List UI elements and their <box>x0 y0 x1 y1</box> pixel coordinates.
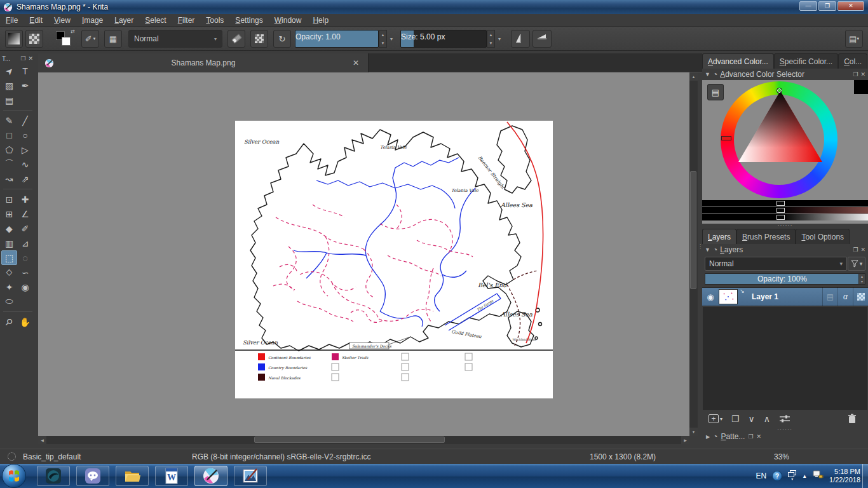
tool-color-sampler[interactable]: ✐ <box>17 221 33 236</box>
bar-knob[interactable] <box>776 208 785 213</box>
tool-move[interactable]: ✚ <box>17 192 33 207</box>
tab-tool-options[interactable]: Tool Options <box>796 229 850 244</box>
taskbar-app-discord[interactable] <box>76 466 109 486</box>
close-docker-icon[interactable]: ✕ <box>757 433 762 440</box>
tool-bezier-curve[interactable]: ⌒ <box>1 157 17 172</box>
canvas-viewport[interactable]: Silver Ocean Telasia Vale Telania Vale B… <box>38 72 689 436</box>
tool-freehand-select[interactable]: ∽ <box>17 265 33 280</box>
spin-down-icon[interactable]: ▼ <box>381 41 385 45</box>
tool-polygonal-select[interactable]: ⬦ <box>1 265 17 280</box>
taskbar-app-browser[interactable] <box>37 466 70 486</box>
opacity-spinner[interactable]: ▲▼ <box>379 30 387 48</box>
layer-lock-icon[interactable]: ▤ <box>822 287 837 306</box>
tool-calligraphy[interactable]: ✒ <box>17 78 33 93</box>
menu-settings[interactable]: Settings <box>229 14 268 27</box>
selector-settings-button[interactable]: ▤ <box>707 84 724 100</box>
tool-multibrush[interactable]: ⇗ <box>17 172 33 186</box>
document-tab[interactable]: Shamans Map.png ✕ <box>38 53 369 72</box>
menu-view[interactable]: View <box>48 14 76 27</box>
layer-thumbnail[interactable] <box>719 289 738 304</box>
vertical-scroll-thumb[interactable] <box>690 171 696 289</box>
add-layer-button[interactable]: +▾ <box>709 414 722 423</box>
mirror-vertical-button[interactable] <box>532 30 552 48</box>
menu-window[interactable]: Window <box>269 14 308 27</box>
tool-ellipse[interactable]: ○ <box>17 128 33 142</box>
duplicate-layer-button[interactable]: ❐ <box>731 414 740 424</box>
close-docker-icon[interactable]: ✕ <box>28 55 33 62</box>
tab-brush-presets[interactable]: Brush Presets <box>736 229 796 244</box>
tab-color[interactable]: Col... <box>838 53 867 69</box>
scroll-right-icon[interactable]: ▶ <box>681 436 689 444</box>
title-bar[interactable]: Shamans Map.png * - Krita — ❐ ✕ <box>0 0 868 14</box>
shade-bar-2[interactable] <box>702 214 868 220</box>
reload-preset-button[interactable]: ↻ <box>273 30 291 48</box>
tab-specific-color[interactable]: Specific Color... <box>774 53 838 69</box>
map-image[interactable]: Silver Ocean Telasia Vale Telania Vale B… <box>235 121 553 398</box>
close-docker-icon[interactable]: ✕ <box>860 71 865 78</box>
taskbar-app-image-editor[interactable] <box>234 466 267 486</box>
taskbar-app-explorer[interactable] <box>116 466 149 486</box>
hue-marker[interactable] <box>721 136 731 140</box>
menu-layer[interactable]: Layer <box>109 14 139 27</box>
tool-polyline[interactable]: ▷ <box>17 142 33 157</box>
size-slider[interactable]: Size: 5.00 px <box>400 30 487 48</box>
swap-colors-icon[interactable]: ⇄ <box>71 29 75 34</box>
shade-bar-1[interactable] <box>702 207 868 214</box>
size-spinner[interactable]: ▲▼ <box>487 30 495 48</box>
help-tray-icon[interactable]: ? <box>772 471 782 481</box>
tool-measure[interactable]: ∠ <box>17 207 33 221</box>
color-cursor[interactable] <box>776 88 782 93</box>
keyboard-layout-tray-icon[interactable]: ▾ <box>788 470 796 482</box>
tab-layers[interactable]: Layers <box>702 229 736 244</box>
zoom-level-text[interactable]: 33% <box>774 452 789 461</box>
workspace-chooser-button[interactable]: ▤▾ <box>845 30 863 48</box>
taskbar-app-krita[interactable] <box>194 466 227 486</box>
scroll-left-icon[interactable]: ◀ <box>38 436 46 444</box>
tool-transform[interactable]: ⊞ <box>1 207 17 221</box>
docker-resize-handle[interactable]: ······ <box>702 222 868 227</box>
menu-tools[interactable]: Tools <box>200 14 229 27</box>
blending-mode-select[interactable]: Normal ▾ <box>128 30 222 48</box>
tool-dynamic-brush[interactable]: ↝ <box>1 172 17 186</box>
move-layer-down-button[interactable]: ∨ <box>749 414 755 424</box>
image-size-text[interactable]: 1500 x 1300 (8.2M) <box>590 452 656 461</box>
bar-knob[interactable] <box>776 201 785 206</box>
layer-properties-button[interactable] <box>779 414 790 423</box>
spin-up-icon[interactable]: ▲ <box>860 274 864 278</box>
taskbar-app-word[interactable]: W <box>155 466 188 486</box>
tool-rectangle[interactable]: □ <box>1 128 17 142</box>
show-desktop-button[interactable] <box>862 464 868 488</box>
layer-alpha-lock-icon[interactable]: α <box>837 287 853 306</box>
horizontal-scrollbar[interactable]: ◀ ▶ <box>38 436 689 444</box>
collapse-icon[interactable]: ▼ <box>705 71 710 78</box>
horizontal-scroll-thumb[interactable] <box>254 437 445 443</box>
preserve-alpha-button[interactable] <box>250 30 268 48</box>
menu-file[interactable]: File <box>0 14 24 27</box>
tool-polygon[interactable]: ⬠ <box>1 142 17 157</box>
tool-gradient[interactable]: ▥ <box>1 236 17 250</box>
tool-gradient-edit[interactable]: ▤ <box>1 93 17 107</box>
tool-crop[interactable]: ⊡ <box>1 192 17 207</box>
language-indicator[interactable]: EN <box>756 471 766 480</box>
layer-blending-mode-select[interactable]: Normal ▾ <box>705 257 847 271</box>
close-docker-icon[interactable]: ✕ <box>860 247 865 253</box>
pattern-swatch-button[interactable] <box>25 30 43 48</box>
minimize-button[interactable]: — <box>799 1 817 11</box>
tool-contiguous-select[interactable]: ◉ <box>17 280 33 294</box>
layer-opacity-slider[interactable]: Opacity: 100% <box>705 273 860 285</box>
opacity-options-arrow[interactable]: ▾ <box>388 30 395 48</box>
brush-preset-name[interactable]: Basic_tip_default <box>23 452 81 461</box>
tab-advanced-color[interactable]: Advanced Color... <box>702 53 774 69</box>
tool-freehand-brush[interactable]: ✎ <box>1 113 17 128</box>
spin-down-icon[interactable]: ▼ <box>860 280 864 283</box>
scroll-down-icon[interactable]: ▼ <box>689 428 698 436</box>
layer-opacity-spinner[interactable]: ▲▼ <box>858 273 865 285</box>
background-color[interactable] <box>62 37 71 46</box>
delete-layer-button[interactable] <box>848 414 857 424</box>
show-hidden-icons-button[interactable]: ▲ <box>802 473 807 479</box>
maximize-button[interactable]: ❐ <box>818 1 836 11</box>
opacity-slider[interactable]: Opacity: 1.00 <box>295 30 379 48</box>
spin-up-icon[interactable]: ▲ <box>489 33 493 37</box>
layer-row-layer1[interactable]: ◉ ↘ Layer 1 ▤ α <box>702 287 868 306</box>
tool-line[interactable]: ╱ <box>17 113 33 128</box>
